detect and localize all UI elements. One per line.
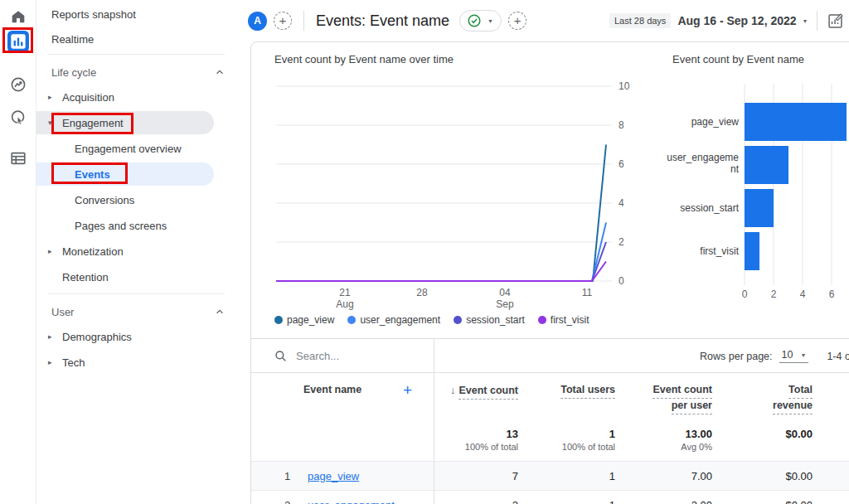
- x-tick: Aug: [336, 298, 353, 310]
- advertising-icon[interactable]: [9, 109, 27, 127]
- collapse-arrow-icon: ▾: [48, 119, 52, 127]
- column-label: revenue: [773, 399, 813, 414]
- search-input[interactable]: [296, 350, 420, 362]
- column-label: Event name: [303, 383, 361, 397]
- section-label: Life cycle: [51, 66, 96, 79]
- line-series-first-visit: [276, 262, 606, 282]
- column-header-event-name: Event name +: [251, 383, 434, 420]
- nav-label: Retention: [62, 271, 109, 284]
- comparison-avatar[interactable]: A: [248, 12, 267, 31]
- cell-total-users: 1: [518, 470, 615, 482]
- table-column-divider: [434, 338, 434, 504]
- column-header-total-revenue[interactable]: Total revenue: [712, 383, 813, 420]
- bar-category-label: page_view: [691, 116, 740, 128]
- table-row: 1 page_view 7 1 7.00 $0.00: [251, 462, 849, 491]
- nav-item-tech[interactable]: ▸ Tech: [36, 351, 238, 374]
- nav-label: Demographics: [62, 331, 132, 343]
- nav-section-user[interactable]: User: [36, 300, 238, 323]
- column-header-total-users[interactable]: Total users: [518, 383, 615, 420]
- nav-item-engagement[interactable]: ▾ Engagement: [36, 111, 214, 134]
- totals-event-count: 13: [434, 427, 518, 441]
- caret-down-icon: ▼: [803, 18, 808, 24]
- add-filter-button[interactable]: +: [508, 12, 526, 30]
- cell-per-user: 3.00: [615, 499, 712, 504]
- y-tick: 0: [619, 275, 624, 287]
- date-preset-badge: Last 28 days: [609, 13, 671, 28]
- y-tick: 2: [619, 236, 624, 248]
- y-tick: 8: [619, 119, 624, 131]
- nav-item-acquisition[interactable]: ▸ Acquisition: [36, 85, 238, 109]
- nav-label: Engagement: [62, 117, 124, 129]
- row-index: 2: [284, 499, 296, 504]
- all-users-filter-chip[interactable]: ▼: [459, 10, 502, 32]
- nav-item-events[interactable]: Events: [36, 162, 214, 186]
- nav-item-monetization[interactable]: ▸ Monetization: [36, 240, 238, 263]
- bar-page-view: [745, 103, 847, 141]
- date-range-selector[interactable]: Aug 16 - Sep 12, 2022: [677, 14, 796, 27]
- x-tick: 6: [829, 288, 835, 300]
- legend-item-page-view: page_view: [274, 314, 334, 326]
- chevron-up-icon: [215, 307, 225, 317]
- expand-arrow-icon: ▸: [48, 332, 52, 341]
- add-dimension-button[interactable]: +: [403, 383, 412, 397]
- legend-item-first-visit: first_visit: [538, 314, 589, 326]
- explore-icon[interactable]: [9, 75, 27, 94]
- nav-label: Conversions: [75, 194, 134, 206]
- nav-divider: [48, 54, 225, 55]
- column-label: per user: [672, 399, 712, 414]
- bar-user-engagement: [745, 146, 788, 184]
- legend-label: first_visit: [551, 314, 589, 326]
- nav-item-demographics[interactable]: ▸ Demographics: [36, 325, 238, 348]
- rows-per-page-value: 10: [782, 349, 793, 361]
- legend-label: user_engagement: [360, 314, 440, 326]
- event-name-link[interactable]: user_engagement: [308, 499, 395, 504]
- page-title: Events: Event name: [316, 12, 449, 30]
- line-series-page-view: [276, 145, 606, 282]
- header-divider: [303, 11, 304, 31]
- nav-item-realtime[interactable]: Realtime: [36, 27, 238, 51]
- y-tick: 10: [619, 80, 630, 92]
- nav-item-engagement-overview[interactable]: Engagement overview: [36, 137, 238, 160]
- row-index: 1: [284, 470, 296, 482]
- nav-section-life-cycle[interactable]: Life cycle: [36, 61, 238, 84]
- home-icon[interactable]: [9, 7, 27, 26]
- totals-total-users: 1: [518, 427, 615, 441]
- legend-item-user-engagement: user_engagement: [347, 314, 440, 326]
- chevron-up-icon: [215, 67, 225, 77]
- nav-item-conversions[interactable]: Conversions: [36, 188, 238, 211]
- bar-category-label: first_visit: [700, 245, 739, 257]
- nav-item-pages-and-screens[interactable]: Pages and screens: [36, 214, 238, 237]
- event-name-link[interactable]: page_view: [308, 470, 359, 482]
- column-label: Event count: [458, 384, 518, 400]
- totals-per-user: 13.00: [615, 427, 712, 441]
- caret-down-icon: ▼: [800, 352, 806, 358]
- customize-report-icon[interactable]: [827, 12, 844, 30]
- cell-revenue: $0.00: [712, 470, 813, 482]
- cell-total-users: 1: [518, 499, 615, 504]
- cell-revenue: $0.00: [712, 499, 813, 504]
- pagination-range: 1-4 of 4: [827, 351, 849, 362]
- pagination-controls: Rows per page: 10 ▼ 1-4 of 4: [700, 339, 849, 373]
- nav-label: Tech: [62, 356, 85, 369]
- add-comparison-button[interactable]: +: [274, 12, 292, 30]
- x-tick: Sep: [496, 298, 514, 310]
- nav-item-reports-snapshot[interactable]: Reports snapshot: [36, 2, 238, 26]
- totals-revenue: $0.00: [712, 427, 813, 441]
- column-header-event-count-per-user[interactable]: Event count per user: [615, 383, 712, 420]
- library-icon[interactable]: [9, 149, 27, 167]
- x-tick: 0: [742, 288, 748, 300]
- table-toolbar: Rows per page: 10 ▼ 1-4 of 4: [251, 339, 849, 373]
- bar-category-label: session_start: [680, 202, 739, 214]
- rows-per-page-select[interactable]: 10 ▼: [779, 349, 809, 363]
- reports-icon[interactable]: [7, 31, 29, 52]
- nav-item-retention[interactable]: Retention: [36, 265, 238, 288]
- nav-label: Realtime: [51, 33, 94, 46]
- column-header-event-count[interactable]: ↓Event count: [434, 383, 518, 420]
- table-header-row: Event name + ↓Event count Total users Ev…: [251, 373, 849, 420]
- search-icon: [274, 350, 287, 362]
- y-tick: 6: [619, 158, 624, 170]
- bar-first-visit: [745, 232, 759, 270]
- bar-chart-title: Event count by Event name: [672, 53, 804, 65]
- nav-label: Acquisition: [62, 91, 114, 104]
- cell-event-count: 7: [434, 470, 518, 482]
